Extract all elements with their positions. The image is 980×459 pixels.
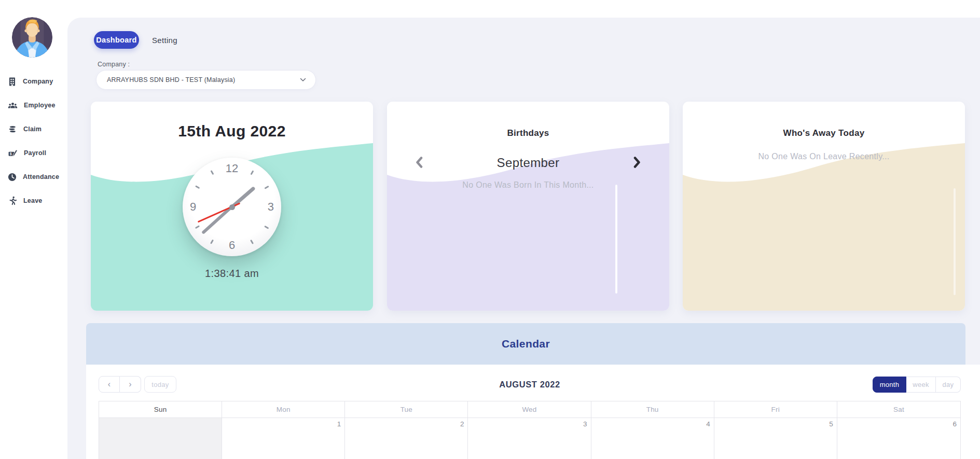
day-number: 2	[460, 418, 468, 428]
calendar-toolbar: ‹ › today AUGUST 2022 month week day	[99, 376, 961, 393]
chevron-down-icon	[300, 78, 306, 82]
calendar-day-cell[interactable]: 6	[837, 418, 960, 459]
calendar-day-cell[interactable]: 5	[714, 418, 837, 459]
company-select[interactable]: ARRAYHUBS SDN BHD - TEST (Malaysia)	[96, 70, 316, 90]
clock-tick	[195, 185, 200, 189]
sidebar-item-label: Employee	[24, 102, 56, 109]
clock-icon	[7, 172, 17, 182]
whos-away-title: Who's Away Today	[683, 128, 965, 138]
day-header-mon: Mon	[222, 401, 345, 418]
sidebar: Company Employee Claim	[0, 0, 67, 459]
tab-dashboard[interactable]: Dashboard	[94, 31, 139, 49]
whos-away-empty-message: No One Was On Leave Recently...	[683, 152, 965, 161]
clock-tick	[210, 170, 214, 175]
calendar-day-cell[interactable]	[99, 418, 222, 459]
current-date: 15th Aug 2022	[91, 122, 373, 140]
svg-text:$: $	[10, 151, 12, 156]
clock-tick	[264, 185, 269, 189]
birthdays-title: Birthdays	[387, 128, 669, 138]
sidebar-item-employee[interactable]: Employee	[0, 93, 67, 117]
calendar-section-header: Calendar	[86, 323, 965, 365]
sidebar-item-label: Payroll	[24, 149, 46, 157]
clock-minute-hand	[202, 206, 233, 234]
sidebar-item-label: Attendance	[23, 173, 59, 180]
sidebar-item-label: Company	[23, 78, 53, 85]
running-person-icon	[7, 196, 18, 206]
calendar-day-cell[interactable]: 1	[222, 418, 345, 459]
day-number: 5	[829, 418, 837, 428]
clock-number-12: 12	[226, 162, 238, 175]
calendar-view-switcher: month week day	[873, 377, 961, 393]
clock-tick	[264, 225, 269, 229]
day-number: 4	[706, 418, 714, 428]
clock-number-3: 3	[268, 200, 274, 214]
payroll-icon: $	[7, 148, 18, 158]
date-clock-card: 15th Aug 2022 12 3 6 9 1:38:41 am	[91, 102, 373, 311]
whos-away-card: Who's Away Today No One Was On Leave Rec…	[683, 102, 965, 311]
day-number: 1	[337, 418, 345, 428]
day-number: 6	[953, 418, 960, 428]
current-time: 1:38:41 am	[91, 268, 373, 280]
view-month-button[interactable]: month	[873, 377, 906, 393]
scrollbar[interactable]	[954, 188, 956, 295]
clock-number-6: 6	[229, 239, 235, 252]
analog-clock: 12 3 6 9	[183, 158, 281, 256]
birthdays-empty-message: No One Was Born In This Month...	[387, 180, 669, 190]
calendar-day-cell[interactable]: 2	[345, 418, 468, 459]
sidebar-item-payroll[interactable]: $ Payroll	[0, 141, 67, 165]
clock-tick	[195, 225, 200, 229]
sidebar-item-leave[interactable]: Leave	[0, 189, 67, 213]
clock-center-cap	[229, 204, 235, 210]
day-header-thu: Thu	[591, 401, 714, 418]
coins-icon	[7, 124, 18, 134]
scrollbar[interactable]	[615, 185, 617, 294]
calendar-week-row: 1 2 3 4 5 6	[99, 418, 960, 459]
top-tabs: Dashboard Setting	[94, 31, 177, 49]
calendar-grid: Sun Mon Tue Wed Thu Fri Sat 1 2 3 4 5 6	[99, 401, 961, 459]
view-day-button[interactable]: day	[936, 377, 961, 393]
people-icon	[7, 101, 18, 110]
birthdays-card: Birthdays September No One Was Born In T…	[387, 102, 669, 311]
day-header-tue: Tue	[345, 401, 468, 418]
clock-tick	[210, 239, 214, 244]
calendar-panel: ‹ › today AUGUST 2022 month week day Sun…	[86, 365, 980, 459]
sidebar-item-attendance[interactable]: Attendance	[0, 165, 67, 189]
calendar-month-title: AUGUST 2022	[99, 380, 961, 390]
calendar-day-cell[interactable]: 4	[591, 418, 714, 459]
day-number: 3	[583, 418, 591, 428]
main-content: Dashboard Setting Company : ARRAYHUBS SD…	[67, 18, 980, 459]
calendar-day-headers: Sun Mon Tue Wed Thu Fri Sat	[99, 401, 960, 418]
birthdays-month: September	[387, 156, 669, 170]
summary-cards: 15th Aug 2022 12 3 6 9 1:38:41 am	[91, 102, 968, 311]
chevron-right-icon	[633, 157, 641, 168]
company-select-value: ARRAYHUBS SDN BHD - TEST (Malaysia)	[107, 76, 300, 84]
calendar-day-cell[interactable]: 3	[468, 418, 591, 459]
sidebar-item-label: Claim	[23, 126, 42, 133]
day-number	[218, 423, 222, 425]
clock-tick	[250, 239, 254, 244]
view-week-button[interactable]: week	[906, 377, 936, 393]
day-header-sat: Sat	[837, 401, 960, 418]
sidebar-item-company[interactable]: Company	[0, 69, 67, 93]
user-avatar[interactable]	[12, 17, 52, 58]
birthdays-next-month-button[interactable]	[632, 156, 642, 170]
day-header-fri: Fri	[714, 401, 837, 418]
company-select-label: Company :	[98, 61, 130, 68]
sidebar-item-claim[interactable]: Claim	[0, 117, 67, 141]
day-header-wed: Wed	[468, 401, 591, 418]
sidebar-nav: Company Employee Claim	[0, 69, 67, 213]
calendar-section-title: Calendar	[502, 338, 550, 350]
clock-tick	[250, 170, 254, 175]
day-header-sun: Sun	[99, 401, 222, 418]
building-icon	[7, 77, 17, 87]
tab-setting[interactable]: Setting	[152, 36, 177, 45]
sidebar-item-label: Leave	[23, 197, 42, 204]
avatar-illustration	[12, 17, 52, 58]
clock-number-9: 9	[190, 200, 196, 214]
